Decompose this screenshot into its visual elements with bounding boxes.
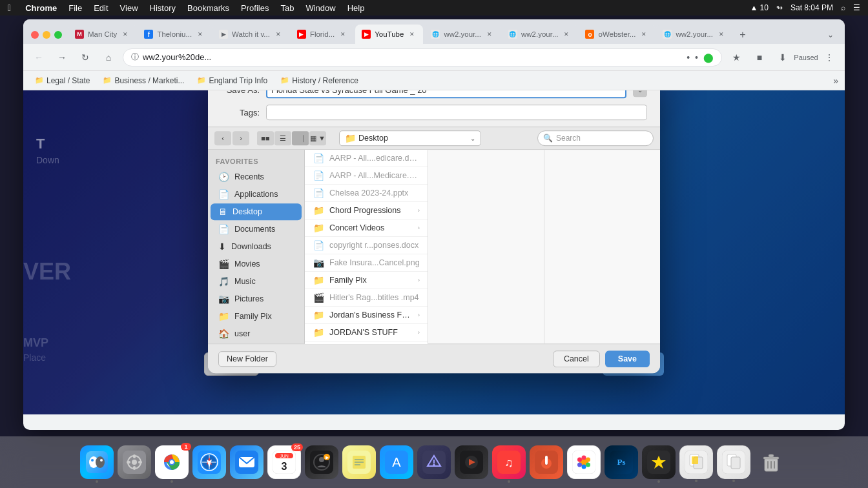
bookmark-history[interactable]: 📁 History / Reference xyxy=(275,75,364,86)
tab-ww2-2[interactable]: 🌐 ww2.your... ✕ xyxy=(502,25,578,44)
tab-close-button[interactable]: ✕ xyxy=(485,30,494,39)
menubar-help[interactable]: Help xyxy=(347,3,365,13)
dock-item-notes[interactable] xyxy=(342,445,376,479)
tab-close-button[interactable]: ✕ xyxy=(717,30,726,39)
column-view-button[interactable]: ⎹ xyxy=(292,131,309,145)
dock-item-photos[interactable] xyxy=(567,445,601,479)
menubar-history[interactable]: History xyxy=(150,3,176,13)
tab-close-button[interactable]: ✕ xyxy=(338,30,347,39)
sidebar-item-applications[interactable]: 📄 Applications xyxy=(211,186,302,203)
dock-item-system-prefs[interactable] xyxy=(118,445,151,479)
extension-puzzle[interactable]: ■ xyxy=(750,48,769,66)
close-button[interactable] xyxy=(31,31,39,39)
toolbar-forward-button[interactable]: › xyxy=(232,131,249,145)
dock-item-notch[interactable] xyxy=(417,445,451,479)
dock-item-appstore[interactable]: A xyxy=(380,445,413,479)
menubar-profiles[interactable]: Profiles xyxy=(241,3,269,13)
downloads-icon[interactable]: ⬇ xyxy=(774,48,792,66)
dock-item-preview1[interactable] xyxy=(679,445,713,479)
dock-item-ring[interactable]: ▶ xyxy=(305,445,338,479)
dock-item-preview2[interactable] xyxy=(717,445,750,479)
sidebar-item-user[interactable]: 🏠 user xyxy=(211,325,302,342)
tab-man-city[interactable]: M Man City ✕ xyxy=(68,25,136,44)
list-item[interactable]: 📷 Fake Insura...Cancel.png xyxy=(305,254,428,272)
tab-close-button[interactable]: ✕ xyxy=(639,30,648,39)
menubar-wifi[interactable]: ↬ xyxy=(776,3,783,12)
bookmarks-overflow[interactable]: » xyxy=(833,76,838,86)
home-button[interactable]: ⌂ xyxy=(99,48,118,66)
list-item[interactable]: 📁 Chord Progressions › xyxy=(305,202,428,219)
icon-view-button[interactable]: ■■ xyxy=(257,131,274,145)
list-item[interactable]: 📄 AARP - All...Medicare.pdf xyxy=(305,167,428,185)
list-item[interactable]: 📁 Concert Videos › xyxy=(305,219,428,237)
location-dropdown[interactable]: 📁 Desktop ⌄ xyxy=(339,130,481,146)
dock-item-mail[interactable] xyxy=(230,445,264,479)
list-item[interactable]: 📄 Chelsea 2023-24.pptx xyxy=(305,185,428,202)
list-item[interactable]: 🔗 Joseph Ca...Eastern Way" › xyxy=(305,341,428,343)
bookmark-star[interactable]: ★ xyxy=(727,48,745,66)
sidebar-item-downloads[interactable]: ⬇ Downloads xyxy=(211,238,302,255)
sidebar-item-recents[interactable]: 🕑 Recents xyxy=(211,168,302,185)
tab-watch-it[interactable]: ▶ Watch it v... ✕ xyxy=(212,25,289,44)
menubar-edit[interactable]: Edit xyxy=(94,3,108,13)
list-item[interactable]: 📄 AARP - All....edicare.docx xyxy=(305,150,428,167)
tab-florida[interactable]: ▶ Florid... ✕ xyxy=(291,25,354,44)
tab-ww2-3[interactable]: 🌐 ww2.your... ✕ xyxy=(656,25,732,44)
list-item[interactable]: 📁 Family Pix › xyxy=(305,272,428,289)
dock-item-music[interactable]: ♫ xyxy=(492,445,526,479)
menubar-tab[interactable]: Tab xyxy=(280,3,294,13)
bookmark-business[interactable]: 📁 Business / Marketi... xyxy=(98,75,189,86)
menubar-view[interactable]: View xyxy=(120,3,138,13)
expand-button[interactable]: ⌄ xyxy=(633,90,647,97)
dock-item-ilovemovies[interactable] xyxy=(642,445,676,479)
tab-thelonious[interactable]: f Theloniu... ✕ xyxy=(138,25,211,44)
list-item[interactable]: 📁 JORDAN'S STUFF › xyxy=(305,324,428,341)
new-tab-button[interactable]: + xyxy=(734,26,752,44)
gallery-view-button[interactable]: ▦ ▼ xyxy=(309,131,326,145)
tags-input[interactable] xyxy=(266,105,647,120)
address-field[interactable]: ⓘ ww2.your%20de... • • ⬤ xyxy=(123,48,722,66)
tab-close-button[interactable]: ✕ xyxy=(562,30,571,39)
save-as-input[interactable] xyxy=(266,90,626,98)
back-button[interactable]: ← xyxy=(30,48,48,66)
apple-menu[interactable]:  xyxy=(8,3,11,13)
list-view-button[interactable]: ☰ xyxy=(274,131,291,145)
sidebar-item-music[interactable]: 🎵 Music xyxy=(211,273,302,290)
list-item[interactable]: 📁 Jordan's Business Forms › xyxy=(305,307,428,324)
profile-button[interactable]: Paused xyxy=(797,48,815,66)
dock-item-calendar[interactable]: 3 JUN 25 xyxy=(267,445,301,479)
tab-owebster[interactable]: o oWebster... ✕ xyxy=(579,25,655,44)
tab-ww2-1[interactable]: 🌐 ww2.your... ✕ xyxy=(424,25,501,44)
dock-item-safari[interactable] xyxy=(192,445,226,479)
menubar-file[interactable]: File xyxy=(68,3,82,13)
search-box[interactable]: 🔍 Search xyxy=(537,130,654,146)
chrome-menu[interactable]: ⋮ xyxy=(820,48,838,66)
tab-close-button[interactable]: ✕ xyxy=(274,30,283,39)
dock-item-chrome[interactable]: 1 xyxy=(155,445,189,479)
dock-item-finder[interactable] xyxy=(80,445,114,479)
minimize-button[interactable] xyxy=(43,31,50,39)
dock-item-trash[interactable] xyxy=(754,445,788,479)
sidebar-item-movies[interactable]: 🎬 Movies xyxy=(211,256,302,272)
toolbar-back-button[interactable]: ‹ xyxy=(214,131,231,145)
tab-overflow-button[interactable]: ⌄ xyxy=(822,26,840,44)
menubar-bookmarks[interactable]: Bookmarks xyxy=(187,3,229,13)
bookmark-legal[interactable]: 📁 Legal / State xyxy=(30,75,95,86)
forward-button[interactable]: → xyxy=(53,48,71,66)
sidebar-item-family-pix[interactable]: 📁 Family Pix xyxy=(211,308,302,325)
dock-item-itunes[interactable] xyxy=(530,445,563,479)
tab-close-button[interactable]: ✕ xyxy=(408,30,417,39)
save-button[interactable]: Save xyxy=(605,351,650,367)
list-item[interactable]: 🎬 Hitler's Rag...btitles .mp4 xyxy=(305,289,428,307)
menubar-control-center[interactable]: ☰ xyxy=(853,3,860,12)
menubar-app-name[interactable]: Chrome xyxy=(25,3,57,13)
dock-item-garageband[interactable] xyxy=(455,445,488,479)
dock-item-photoshop[interactable]: Ps xyxy=(604,445,638,479)
tab-close-button[interactable]: ✕ xyxy=(121,30,130,39)
menubar-window[interactable]: Window xyxy=(305,3,335,13)
tab-close-button[interactable]: ✕ xyxy=(196,30,205,39)
bookmark-england[interactable]: 📁 England Trip Info xyxy=(192,75,273,86)
reload-button[interactable]: ↻ xyxy=(76,48,94,66)
sidebar-item-desktop[interactable]: 🖥 Desktop xyxy=(211,203,302,220)
list-item[interactable]: 📄 copyright r...ponses.docx xyxy=(305,237,428,254)
